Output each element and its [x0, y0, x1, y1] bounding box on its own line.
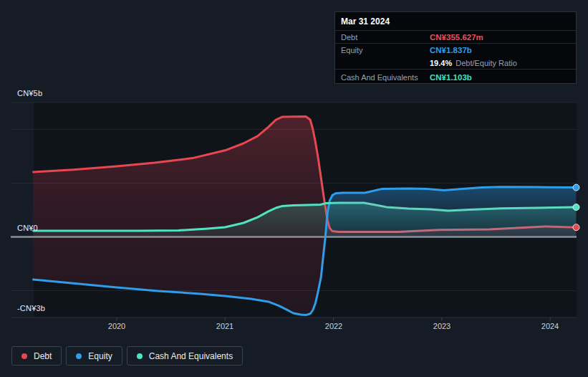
tooltip-debt-value: CN¥355.627m — [430, 33, 483, 42]
y-axis-label-top: CN¥5b — [17, 89, 42, 97]
tooltip-debt-label: Debt — [341, 33, 430, 42]
tooltip-cash-value: CN¥1.103b — [430, 73, 472, 82]
debt-end-marker — [573, 224, 579, 231]
tooltip-cash-label: Cash And Equivalents — [341, 73, 430, 82]
legend-item-debt[interactable]: Debt — [11, 346, 62, 366]
cash-end-marker — [573, 204, 579, 211]
debt-dot-icon — [21, 353, 27, 359]
chart-legend: Debt Equity Cash And Equivalents — [11, 346, 243, 366]
y-axis-label-zero: CN¥0 — [17, 224, 38, 232]
x-axis-label-2021: 2021 — [216, 322, 233, 330]
tooltip-equity-label: Equity — [341, 46, 430, 54]
tooltip-date: Mar 31 2024 — [335, 12, 576, 31]
equity-dot-icon — [76, 353, 82, 359]
legend-item-cash[interactable]: Cash And Equivalents — [127, 346, 243, 366]
tooltip-ratio-label: Debt/Equity Ratio — [456, 59, 517, 67]
tooltip-equity-row: Equity CN¥1.837b — [335, 44, 576, 57]
tooltip-debt-row: Debt CN¥355.627m — [335, 31, 576, 44]
legend-item-equity[interactable]: Equity — [66, 346, 122, 366]
debt-equity-history-chart: CN¥5b CN¥0 -CN¥3b 2020 2021 2022 2023 20… — [0, 0, 588, 337]
legend-debt-label: Debt — [34, 351, 52, 361]
tooltip-cash-row: Cash And Equivalents CN¥1.103b — [335, 70, 576, 85]
cash-dot-icon — [137, 353, 143, 359]
tooltip-ratio-value: 19.4% — [430, 59, 452, 67]
x-axis-label-2020: 2020 — [108, 322, 125, 330]
y-axis-label-bottom: -CN¥3b — [17, 304, 45, 312]
x-axis-label-2023: 2023 — [433, 322, 450, 330]
legend-equity-label: Equity — [88, 351, 112, 361]
legend-cash-label: Cash And Equivalents — [149, 351, 233, 361]
x-axis-label-2024: 2024 — [541, 322, 559, 330]
tooltip-ratio-row: 19.4% Debt/Equity Ratio — [335, 57, 576, 70]
chart-tooltip: Mar 31 2024 Debt CN¥355.627m Equity CN¥1… — [334, 11, 577, 84]
x-axis-label-2022: 2022 — [325, 322, 342, 330]
equity-end-marker — [573, 184, 579, 191]
tooltip-equity-value: CN¥1.837b — [430, 46, 472, 54]
